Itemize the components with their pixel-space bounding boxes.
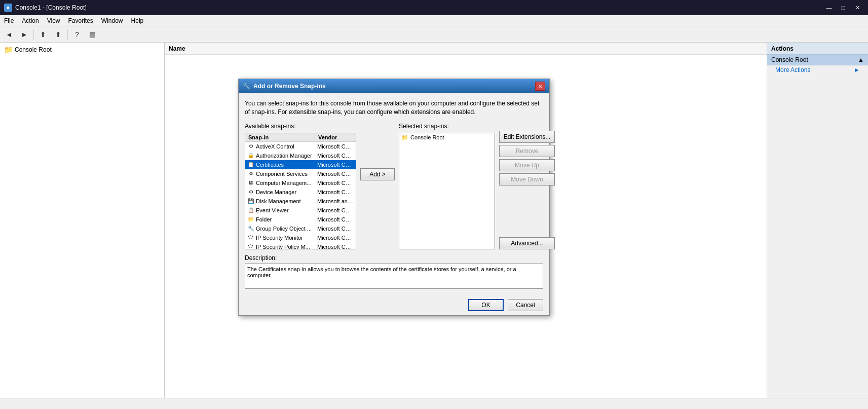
- available-label: Available snap-ins:: [245, 123, 356, 130]
- tree-item-label: Console Root: [15, 46, 52, 53]
- forward-button[interactable]: ►: [17, 28, 31, 41]
- dialog-close-button[interactable]: ✕: [535, 82, 545, 91]
- snapin-row[interactable]: 🖥 Computer Managem... Microsoft Cor...: [245, 178, 356, 188]
- snapin-row-vendor: Microsoft Cor...: [315, 243, 356, 249]
- menu-action[interactable]: Action: [18, 15, 43, 26]
- dialog-footer: OK Cancel: [239, 295, 549, 315]
- snapin-row-vendor: Microsoft and...: [315, 198, 356, 205]
- menu-file[interactable]: File: [0, 15, 18, 26]
- snapin-row-vendor: Microsoft Cor...: [315, 225, 356, 232]
- snapin-row[interactable]: 🛡 IP Security Monitor Microsoft Cor...: [245, 233, 356, 242]
- snapin-icon: 🔧: [247, 225, 254, 232]
- window-title: Console1 - [Console Root]: [15, 4, 819, 11]
- chevron-right-icon: ►: [854, 66, 860, 73]
- snapin-row[interactable]: ⚙ Device Manager Microsoft Cor...: [245, 188, 356, 197]
- snapin-row-vendor: Microsoft Cor...: [315, 170, 356, 177]
- snapin-row-vendor: Microsoft Cor...: [315, 189, 356, 196]
- snapin-row-name: 📁 Folder: [245, 215, 315, 224]
- cancel-button[interactable]: Cancel: [508, 299, 543, 311]
- snapin-row-vendor: Microsoft Cor...: [315, 152, 356, 159]
- maximize-button[interactable]: □: [837, 3, 850, 13]
- snapin-row-name: 🛡 IP Security Monitor: [245, 234, 315, 242]
- menu-help[interactable]: Help: [127, 15, 148, 26]
- up-button[interactable]: ⬆: [36, 28, 50, 41]
- snapin-row-name: 🛡 IP Security Policy M...: [245, 243, 315, 249]
- move-down-button[interactable]: Move Down: [499, 173, 555, 185]
- console-root-section[interactable]: Console Root ▲: [767, 55, 868, 65]
- snapin-row-vendor: Microsoft Cor...: [315, 216, 356, 223]
- snapin-row[interactable]: ⚙ ActiveX Control Microsoft Cor...: [245, 142, 356, 151]
- move-up-button[interactable]: Move Up: [499, 159, 555, 171]
- dialog-columns: Available snap-ins: Snap-in Vendor ⚙ Act…: [245, 123, 543, 249]
- snapin-icon: 📁: [247, 216, 254, 223]
- properties-button[interactable]: ▦: [85, 28, 99, 41]
- toolbar-separator-1: [33, 29, 34, 40]
- description-section: Description: The Certificates snap-in al…: [245, 254, 543, 289]
- dialog-body: You can select snap-ins for this console…: [239, 93, 549, 295]
- menu-window[interactable]: Window: [97, 15, 127, 26]
- snapin-row[interactable]: 🔒 Authorization Manager Microsoft Cor...: [245, 151, 356, 160]
- snapin-row-vendor: Microsoft Cor...: [315, 161, 356, 168]
- dialog-title-bar: 🔧 Add or Remove Snap-ins ✕: [239, 79, 549, 93]
- show-hide-button[interactable]: ⬆: [51, 28, 65, 41]
- chevron-up-icon: ▲: [858, 56, 864, 63]
- snapin-row-vendor: Microsoft Cor...: [315, 179, 356, 187]
- snapin-rows-container: ⚙ ActiveX Control Microsoft Cor... 🔒 Aut…: [245, 142, 356, 249]
- menu-view[interactable]: View: [43, 15, 64, 26]
- right-buttons: Edit Extensions... Remove Move Up Move D…: [499, 123, 555, 249]
- selected-snapins-panel: Selected snap-ins: 📁 Console Root: [399, 123, 495, 249]
- help-button[interactable]: ?: [70, 28, 84, 41]
- snapin-row-name: 🖥 Computer Managem...: [245, 179, 315, 187]
- right-panel: Actions Console Root ▲ More Actions ►: [767, 43, 868, 398]
- snapin-row[interactable]: 🛡 IP Security Policy M... Microsoft Cor.…: [245, 242, 356, 249]
- advanced-button[interactable]: Advanced...: [499, 237, 555, 249]
- snapin-row[interactable]: 📋 Certificates Microsoft Cor...: [245, 160, 356, 169]
- snapin-row-vendor: Microsoft Cor...: [315, 207, 356, 214]
- snapin-row[interactable]: 🔧 Group Policy Object ... Microsoft Cor.…: [245, 224, 356, 233]
- remove-button[interactable]: Remove: [499, 145, 555, 157]
- back-button[interactable]: ◄: [2, 28, 16, 41]
- add-btn-area: Add >: [360, 123, 395, 180]
- snapin-row-vendor: Microsoft Cor...: [315, 143, 356, 150]
- close-button[interactable]: ✕: [851, 3, 864, 13]
- available-snapins-panel: Available snap-ins: Snap-in Vendor ⚙ Act…: [245, 123, 356, 249]
- available-snapins-list[interactable]: Snap-in Vendor ⚙ ActiveX Control Microso…: [245, 133, 356, 249]
- snapin-row[interactable]: ⚙ Component Services Microsoft Cor...: [245, 169, 356, 178]
- snapin-row-name: ⚙ Device Manager: [245, 188, 315, 196]
- col-vendor: Vendor: [315, 133, 356, 141]
- add-button[interactable]: Add >: [360, 168, 395, 180]
- snapin-row[interactable]: 📁 Folder Microsoft Cor...: [245, 215, 356, 224]
- snapin-row[interactable]: 💾 Disk Management Microsoft and...: [245, 197, 356, 206]
- actions-header: Actions: [767, 43, 868, 55]
- menu-favorites[interactable]: Favorites: [64, 15, 97, 26]
- minimize-button[interactable]: —: [822, 3, 836, 13]
- snapin-icon: 📋: [247, 207, 254, 214]
- selected-icon: 📁: [401, 134, 408, 141]
- menu-bar: File Action View Favorites Window Help: [0, 15, 868, 26]
- edit-extensions-button[interactable]: Edit Extensions...: [499, 131, 555, 143]
- snapin-icon: 🖥: [247, 179, 254, 187]
- snapin-icon: ⚙: [247, 170, 254, 177]
- snapin-icon: 🛡: [247, 234, 254, 241]
- snapin-icon: ⚙: [247, 189, 254, 196]
- snapin-row[interactable]: 📋 Event Viewer Microsoft Cor...: [245, 206, 356, 215]
- tree-item-console-root[interactable]: 📁 Console Root: [2, 45, 162, 55]
- title-bar: ■ Console1 - [Console Root] — □ ✕: [0, 0, 868, 15]
- selected-snapins-list[interactable]: 📁 Console Root: [399, 133, 495, 249]
- selected-label: Selected snap-ins:: [399, 123, 495, 130]
- more-actions-item[interactable]: More Actions ►: [767, 65, 868, 75]
- snapin-row-vendor: Microsoft Cor...: [315, 234, 356, 241]
- col-snapin: Snap-in: [245, 133, 315, 141]
- dialog-icon: 🔧: [243, 83, 250, 90]
- snapin-row-name: 📋 Certificates: [245, 161, 315, 169]
- snapins-list-header: Snap-in Vendor: [245, 133, 356, 142]
- selected-row-label: Console Root: [410, 134, 444, 140]
- snapin-icon: 💾: [247, 198, 254, 205]
- toolbar: ◄ ► ⬆ ⬆ ? ▦: [0, 26, 868, 43]
- app-icon: ■: [4, 4, 12, 12]
- description-box: The Certificates snap-in allows you to b…: [245, 264, 543, 289]
- ok-button[interactable]: OK: [468, 299, 504, 311]
- snapin-row-name: 🔧 Group Policy Object ...: [245, 225, 315, 233]
- snapin-icon: 📋: [247, 161, 254, 168]
- selected-row-console-root[interactable]: 📁 Console Root: [399, 133, 495, 142]
